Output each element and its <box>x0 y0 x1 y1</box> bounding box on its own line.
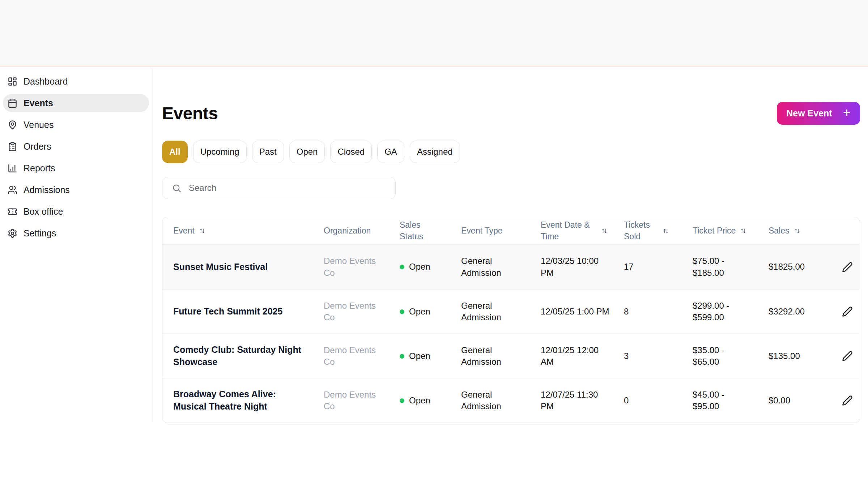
status-badge: Open <box>409 306 430 317</box>
ticket-icon <box>8 207 17 217</box>
sidebar-item-admissions[interactable]: Admissions <box>3 181 149 199</box>
pencil-icon <box>842 351 853 361</box>
organization: Demo Events Co <box>324 344 379 368</box>
sort-icon <box>740 227 747 235</box>
column-header-sales[interactable]: Sales <box>766 217 835 244</box>
sidebar-item-label: Box office <box>24 206 63 217</box>
sidebar-item-venues[interactable]: Venues <box>3 116 149 134</box>
column-header-sales-status: Sales Status <box>397 217 459 244</box>
table-row[interactable]: Comedy Club: Saturday Night Showcase Dem… <box>162 334 860 378</box>
column-header-event-type: Event Type <box>459 217 539 244</box>
event-name: Future Tech Summit 2025 <box>173 305 282 318</box>
open-status-dot <box>400 354 404 359</box>
filter-closed[interactable]: Closed <box>330 141 372 163</box>
column-header-tickets-sold[interactable]: Tickets Sold <box>622 217 690 244</box>
dashboard-icon <box>8 77 17 86</box>
event-name: Sunset Music Festival <box>173 261 268 273</box>
table-row[interactable]: Future Tech Summit 2025 Demo Events Co O… <box>162 289 860 334</box>
sort-icon <box>793 227 801 235</box>
sidebar-item-label: Orders <box>24 141 51 152</box>
top-band <box>0 0 868 67</box>
filter-upcoming[interactable]: Upcoming <box>193 141 247 163</box>
sidebar: Dashboard Events Venues Orders Reports A… <box>0 67 152 422</box>
open-status-dot <box>400 265 404 269</box>
sidebar-item-label: Reports <box>24 163 55 174</box>
event-type: General Admission <box>461 300 514 324</box>
ticket-price: $75.00 - $185.00 <box>693 255 750 279</box>
pencil-icon <box>842 306 853 317</box>
sidebar-item-label: Admissions <box>24 185 70 195</box>
edit-event-button[interactable] <box>839 304 855 320</box>
search-input[interactable] <box>182 177 395 199</box>
table-header-row: Event Organization Sales Status Event Ty… <box>162 217 860 245</box>
sidebar-item-events[interactable]: Events <box>3 94 149 112</box>
sales-amount: $3292.00 <box>769 306 805 317</box>
map-pin-icon <box>8 120 17 130</box>
sidebar-item-label: Settings <box>24 228 56 239</box>
status-badge: Open <box>409 350 430 362</box>
column-header-event-date[interactable]: Event Date & Time <box>539 217 622 244</box>
column-header-ticket-price[interactable]: Ticket Price <box>690 217 766 244</box>
page-title: Events <box>162 103 218 123</box>
filter-all[interactable]: All <box>162 141 188 163</box>
search-icon <box>172 183 182 193</box>
event-type: General Admission <box>461 389 514 412</box>
table-row[interactable]: Sunset Music Festival Demo Events Co Ope… <box>162 245 860 289</box>
column-header-actions <box>835 217 860 244</box>
pencil-icon <box>842 262 853 273</box>
filter-past[interactable]: Past <box>252 141 284 163</box>
main-content: Events New Event + All Upcoming Past Ope… <box>153 67 868 422</box>
sales-amount: $1825.00 <box>769 261 805 273</box>
status-badge: Open <box>409 395 430 406</box>
sort-icon <box>199 227 206 235</box>
new-event-label: New Event <box>786 108 832 119</box>
clipboard-icon <box>8 142 17 151</box>
gear-icon <box>8 228 17 238</box>
filter-bar: All Upcoming Past Open Closed GA Assigne… <box>162 141 860 163</box>
status-badge: Open <box>409 261 430 273</box>
event-datetime: 12/03/25 10:00 PM <box>541 255 610 279</box>
event-name: Comedy Club: Saturday Night Showcase <box>173 344 303 368</box>
tickets-sold: 0 <box>624 395 629 406</box>
events-table: Event Organization Sales Status Event Ty… <box>162 217 860 423</box>
pencil-icon <box>842 395 853 406</box>
sidebar-item-box-office[interactable]: Box office <box>3 202 149 221</box>
open-status-dot <box>400 398 404 403</box>
sort-icon <box>662 227 669 235</box>
sales-amount: $135.00 <box>769 350 800 362</box>
edit-event-button[interactable] <box>839 259 855 275</box>
event-type: General Admission <box>461 344 514 368</box>
organization: Demo Events Co <box>324 300 379 324</box>
calendar-icon <box>8 98 17 108</box>
sidebar-item-label: Venues <box>24 120 54 130</box>
sidebar-item-settings[interactable]: Settings <box>3 224 149 242</box>
sidebar-item-dashboard[interactable]: Dashboard <box>3 72 149 90</box>
filter-assigned[interactable]: Assigned <box>410 141 460 163</box>
event-datetime: 12/07/25 11:30 PM <box>541 389 610 412</box>
search-box <box>162 177 396 199</box>
column-header-organization: Organization <box>322 217 397 244</box>
edit-event-button[interactable] <box>839 393 855 408</box>
sidebar-item-label: Dashboard <box>24 76 68 87</box>
tickets-sold: 8 <box>624 306 629 317</box>
bar-chart-icon <box>8 163 17 173</box>
filter-ga[interactable]: GA <box>377 141 404 163</box>
ticket-price: $299.00 - $599.00 <box>693 300 750 324</box>
table-row[interactable]: Broadway Comes Alive: Musical Theatre Ni… <box>162 378 860 423</box>
event-datetime: 12/05/25 1:00 PM <box>541 306 609 317</box>
tickets-sold: 17 <box>624 261 634 273</box>
filter-open[interactable]: Open <box>289 141 325 163</box>
event-name: Broadway Comes Alive: Musical Theatre Ni… <box>173 388 303 413</box>
open-status-dot <box>400 309 404 314</box>
organization: Demo Events Co <box>324 255 379 279</box>
column-header-event[interactable]: Event <box>162 217 322 244</box>
users-icon <box>8 185 17 195</box>
edit-event-button[interactable] <box>839 348 855 364</box>
new-event-button[interactable]: New Event + <box>777 102 860 125</box>
event-datetime: 12/01/25 12:00 AM <box>541 344 610 368</box>
sidebar-item-orders[interactable]: Orders <box>3 137 149 155</box>
sidebar-item-reports[interactable]: Reports <box>3 159 149 177</box>
ticket-price: $35.00 - $65.00 <box>693 344 750 368</box>
sales-amount: $0.00 <box>769 395 790 406</box>
tickets-sold: 3 <box>624 350 629 362</box>
